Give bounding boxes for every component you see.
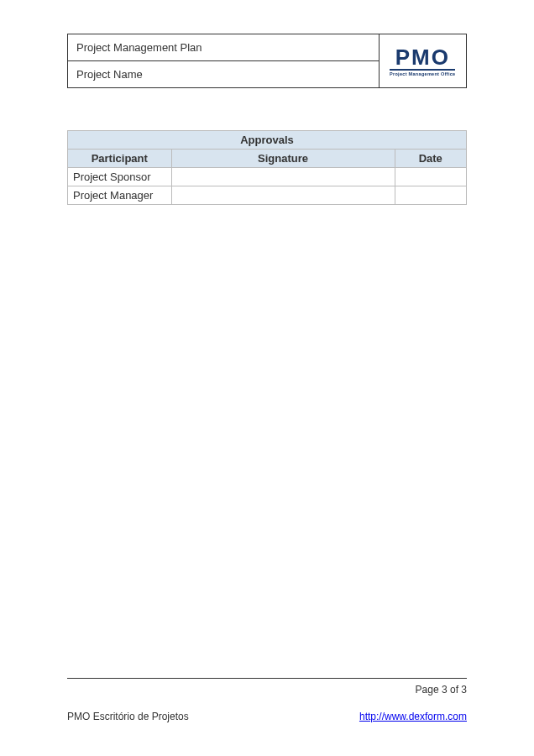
column-header-participant: Participant <box>68 150 172 168</box>
footer-org-name: PMO Escritório de Projetos <box>67 711 189 722</box>
pmo-logo: PMO Project Management Office <box>385 46 462 76</box>
date-cell <box>395 168 467 186</box>
participant-cell: Project Manager <box>68 186 172 205</box>
logo-text: PMO <box>395 46 450 68</box>
project-name: Project Name <box>76 68 143 81</box>
approvals-title: Approvals <box>68 131 467 150</box>
footer-divider <box>67 678 467 679</box>
document-title: Project Management Plan <box>76 41 202 54</box>
header-title-cell: Project Management Plan <box>68 34 380 61</box>
page-number: Page 3 of 3 <box>67 684 467 696</box>
footer-row: PMO Escritório de Projetos http://www.de… <box>67 711 467 722</box>
column-header-signature: Signature <box>171 150 395 168</box>
header-table: Project Management Plan PMO Project Mana… <box>67 34 467 88</box>
table-row: Project Sponsor <box>68 168 467 186</box>
date-cell <box>395 186 467 205</box>
participant-cell: Project Sponsor <box>68 168 172 186</box>
logo-cell: PMO Project Management Office <box>379 34 467 88</box>
project-name-cell: Project Name <box>68 61 380 88</box>
footer: Page 3 of 3 PMO Escritório de Projetos h… <box>67 678 467 722</box>
document-page: Project Management Plan PMO Project Mana… <box>0 0 534 756</box>
table-row: Project Manager <box>68 186 467 205</box>
signature-cell <box>171 186 395 205</box>
signature-cell <box>171 168 395 186</box>
column-header-date: Date <box>395 150 467 168</box>
approvals-table: Approvals Participant Signature Date Pro… <box>67 130 467 205</box>
footer-link[interactable]: http://www.dexform.com <box>359 711 467 722</box>
logo-subtitle: Project Management Office <box>390 69 455 76</box>
